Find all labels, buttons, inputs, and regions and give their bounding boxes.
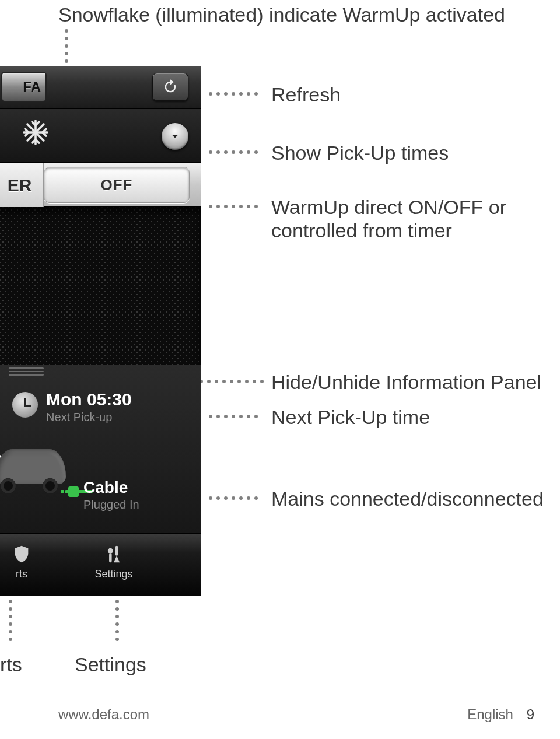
tab-alerts-label: rts — [0, 568, 45, 580]
next-pickup-time: Mon 05:30 — [46, 390, 132, 409]
footer-language: English — [467, 706, 513, 722]
tab-alerts[interactable]: rts — [0, 540, 45, 580]
brand-logo: FA — [1, 72, 47, 102]
snowflake-icon — [22, 118, 50, 149]
warmup-toggle-row: ER OFF — [0, 163, 201, 207]
annotation-onoff-line1: WarmUp direct ON/OFF or — [271, 196, 506, 219]
footer-page-number: 9 — [527, 706, 534, 722]
app-tabbar: rts Settings — [0, 534, 201, 596]
annotation-next-pickup: Next Pick-Up time — [271, 406, 430, 429]
app-topbar: FA — [0, 66, 201, 109]
chevron-down-icon — [169, 131, 181, 142]
annotation-hide-panel: Hide/Unhide Information Panel — [271, 371, 541, 394]
plug-icon — [60, 485, 83, 498]
leader-refresh — [209, 92, 258, 96]
brand-logo-text: FA — [23, 79, 41, 95]
annotation-refresh: Refresh — [271, 83, 341, 106]
panel-drag-handle[interactable] — [9, 367, 44, 376]
leader-pickup — [209, 150, 258, 154]
status-row — [0, 109, 201, 163]
tab-settings[interactable]: Settings — [79, 540, 149, 580]
svg-point-4 — [108, 548, 113, 554]
next-pickup-label: Next Pick-up — [46, 411, 112, 424]
footer-url: www.defa.com — [58, 706, 149, 723]
annotation-snowflake: Snowflake (illuminated) indicate WarmUp … — [58, 3, 505, 26]
annotation-show-pickup-times: Show Pick-Up times — [271, 142, 449, 164]
vehicle-status-panel — [0, 207, 201, 365]
leader-nextpickup — [209, 415, 258, 418]
leader-onoff — [209, 205, 258, 208]
shield-icon — [0, 540, 45, 568]
info-panel: Mon 05:30 Next Pick-up º erior Cable Plu… — [0, 365, 201, 534]
svg-rect-6 — [116, 546, 118, 556]
cable-label: Cable — [83, 478, 128, 497]
refresh-icon — [162, 79, 178, 95]
settings-icon — [79, 540, 149, 568]
cable-status: Plugged In — [83, 498, 139, 512]
annotation-onoff-line2: controlled from timer — [271, 219, 452, 242]
annotation-settings: Settings — [75, 653, 146, 676]
footer-lang-page: English 9 — [467, 706, 534, 723]
tab-settings-label: Settings — [79, 568, 149, 580]
warmup-off-button[interactable]: OFF — [44, 167, 190, 203]
annotation-alerts: rts — [0, 653, 22, 676]
app-screenshot: FA ER OFF — [0, 66, 201, 629]
leader-mains — [209, 496, 258, 500]
toggle-timer-label[interactable]: ER — [0, 163, 44, 208]
annotation-mains: Mains connected/disconnected — [271, 488, 544, 510]
clock-icon — [12, 392, 38, 418]
show-pickup-times-button[interactable] — [162, 123, 188, 150]
svg-rect-5 — [109, 554, 112, 563]
car-icon — [0, 441, 66, 493]
refresh-button[interactable] — [152, 73, 188, 101]
